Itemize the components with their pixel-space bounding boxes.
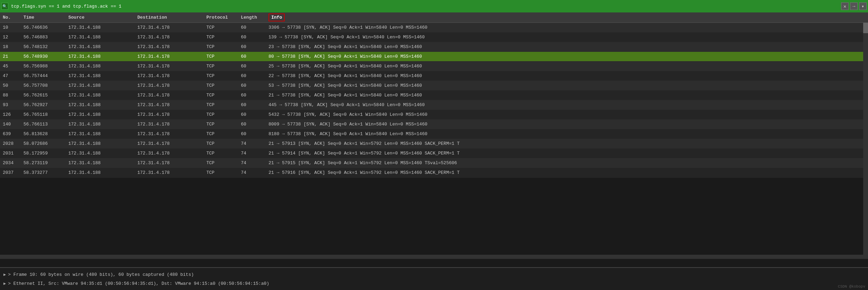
cell-info: 21 → 57913 [SYN, ACK] Seq=0 Ack=1 Win=57… (266, 141, 863, 146)
table-row[interactable]: 203158.172959172.31.4.188172.31.4.178TCP… (0, 149, 863, 158)
cell-length: 60 (238, 122, 266, 127)
cell-time: 56.748132 (21, 44, 66, 49)
cell-protocol: TCP (204, 35, 238, 40)
cell-destination: 172.31.4.178 (135, 102, 204, 107)
col-header-info[interactable]: Info (266, 15, 868, 20)
cell-protocol: TCP (204, 73, 238, 78)
table-row[interactable]: 4756.757444172.31.4.188172.31.4.178TCP60… (0, 71, 863, 81)
cell-destination: 172.31.4.178 (135, 170, 204, 175)
cell-no: 47 (0, 73, 21, 78)
table-row[interactable]: 5056.757708172.31.4.188172.31.4.178TCP60… (0, 81, 863, 91)
watermark: CSDN @kobopv (838, 284, 865, 289)
cell-source: 172.31.4.188 (66, 83, 135, 88)
cell-no: 21 (0, 54, 21, 59)
cell-destination: 172.31.4.178 (135, 160, 204, 166)
cell-length: 60 (238, 102, 266, 107)
scrollbar-horizontal[interactable] (0, 255, 863, 259)
cell-source: 172.31.4.188 (66, 170, 135, 175)
bottom-line-2: ▶ > Ethernet II, Src: VMware 94:35:d1 (0… (3, 279, 865, 288)
cell-info: 21 → 57915 [SYN, ACK] Seq=0 Ack=1 Win=57… (266, 160, 863, 166)
cell-time: 58.273119 (21, 160, 66, 166)
cell-info: 21 → 57914 [SYN, ACK] Seq=0 Ack=1 Win=57… (266, 151, 863, 156)
cell-info: 22 → 57738 [SYN, ACK] Seq=0 Ack=1 Win=58… (266, 73, 863, 78)
table-row[interactable]: 203758.373277172.31.4.188172.31.4.178TCP… (0, 168, 863, 178)
expand-icon-2[interactable]: ▶ (3, 281, 6, 286)
cell-length: 60 (238, 73, 266, 78)
cell-no: 126 (0, 112, 21, 117)
cell-time: 56.748930 (21, 54, 66, 59)
cell-no: 2034 (0, 160, 21, 166)
cell-no: 45 (0, 64, 21, 69)
cell-source: 172.31.4.188 (66, 160, 135, 166)
col-header-destination[interactable]: Destination (135, 15, 204, 20)
cell-time: 56.762615 (21, 93, 66, 98)
info-highlight-label: Info (269, 13, 285, 21)
table-row[interactable]: 1856.748132172.31.4.188172.31.4.178TCP60… (0, 42, 863, 52)
bottom-text-1: > Frame 10: 60 bytes on wire (480 bits),… (8, 272, 194, 277)
table-row[interactable]: 203458.273119172.31.4.188172.31.4.178TCP… (0, 158, 863, 168)
table-row[interactable]: 63956.813628172.31.4.188172.31.4.178TCP6… (0, 129, 863, 139)
filter-icon[interactable]: 🔍 (1, 3, 8, 10)
table-row[interactable]: 9356.762927172.31.4.188172.31.4.178TCP60… (0, 100, 863, 110)
cell-protocol: TCP (204, 44, 238, 49)
expand-icon-1[interactable]: ▶ (3, 272, 6, 277)
bottom-line-1: ▶ > Frame 10: 60 bytes on wire (480 bits… (3, 270, 865, 279)
cell-destination: 172.31.4.178 (135, 25, 204, 30)
cell-length: 60 (238, 44, 266, 49)
cell-no: 18 (0, 44, 21, 49)
table-row[interactable]: 1056.746636172.31.4.188172.31.4.178TCP60… (0, 23, 863, 32)
scrollbar-vertical[interactable] (863, 23, 868, 259)
table-row[interactable]: 4556.756988172.31.4.188172.31.4.178TCP60… (0, 62, 863, 71)
cell-time: 58.172959 (21, 151, 66, 156)
dropdown-button[interactable]: ▾ (859, 2, 867, 10)
cell-source: 172.31.4.188 (66, 54, 135, 59)
cell-source: 172.31.4.188 (66, 141, 135, 146)
cell-length: 60 (238, 54, 266, 59)
cell-time: 56.746883 (21, 35, 66, 40)
cell-length: 60 (238, 93, 266, 98)
col-header-no[interactable]: No. (0, 15, 21, 20)
cell-protocol: TCP (204, 160, 238, 166)
bottom-text-2: > Ethernet II, Src: VMware 94:35:d1 (00:… (8, 281, 269, 286)
cell-no: 88 (0, 93, 21, 98)
cell-info: 445 → 57738 [SYN, ACK] Seq=0 Ack=1 Win=5… (266, 102, 863, 107)
cell-no: 2037 (0, 170, 21, 175)
table-row[interactable]: 1256.746883172.31.4.188172.31.4.178TCP60… (0, 32, 863, 42)
col-header-time[interactable]: Time (21, 15, 66, 20)
col-header-source[interactable]: Source (66, 15, 135, 20)
cell-source: 172.31.4.188 (66, 122, 135, 127)
arrow-button[interactable]: → (850, 2, 858, 10)
close-button[interactable]: ✕ (841, 2, 849, 10)
cell-no: 93 (0, 102, 21, 107)
cell-info: 5432 → 57738 [SYN, ACK] Seq=0 Ack=1 Win=… (266, 112, 863, 117)
table-row[interactable]: 12656.765118172.31.4.188172.31.4.178TCP6… (0, 110, 863, 120)
table-row[interactable]: 8856.762615172.31.4.188172.31.4.178TCP60… (0, 91, 863, 100)
cell-destination: 172.31.4.178 (135, 44, 204, 49)
cell-source: 172.31.4.188 (66, 151, 135, 156)
cell-destination: 172.31.4.178 (135, 151, 204, 156)
cell-info: 21 → 57916 [SYN, ACK] Seq=0 Ack=1 Win=57… (266, 170, 863, 175)
cell-time: 56.757708 (21, 83, 66, 88)
cell-protocol: TCP (204, 112, 238, 117)
cell-no: 2031 (0, 151, 21, 156)
scrollbar-thumb[interactable] (863, 23, 868, 33)
cell-destination: 172.31.4.178 (135, 112, 204, 117)
bottom-panel: ▶ > Frame 10: 60 bytes on wire (480 bits… (0, 267, 868, 290)
col-header-protocol[interactable]: Protocol (204, 15, 238, 20)
packet-list: 1056.746636172.31.4.188172.31.4.178TCP60… (0, 23, 863, 255)
col-header-length[interactable]: Length (238, 15, 266, 20)
cell-length: 74 (238, 141, 266, 146)
cell-info: 53 → 57738 [SYN, ACK] Seq=0 Ack=1 Win=58… (266, 83, 863, 88)
table-row[interactable]: 2156.748930172.31.4.188172.31.4.178TCP60… (0, 52, 863, 62)
table-row[interactable]: 14056.766113172.31.4.188172.31.4.178TCP6… (0, 120, 863, 129)
filter-input[interactable] (10, 4, 840, 9)
cell-protocol: TCP (204, 102, 238, 107)
cell-length: 74 (238, 151, 266, 156)
cell-no: 50 (0, 83, 21, 88)
cell-source: 172.31.4.188 (66, 73, 135, 78)
cell-protocol: TCP (204, 141, 238, 146)
cell-protocol: TCP (204, 83, 238, 88)
table-row[interactable]: 202858.072686172.31.4.188172.31.4.178TCP… (0, 139, 863, 149)
cell-destination: 172.31.4.178 (135, 122, 204, 127)
cell-protocol: TCP (204, 93, 238, 98)
